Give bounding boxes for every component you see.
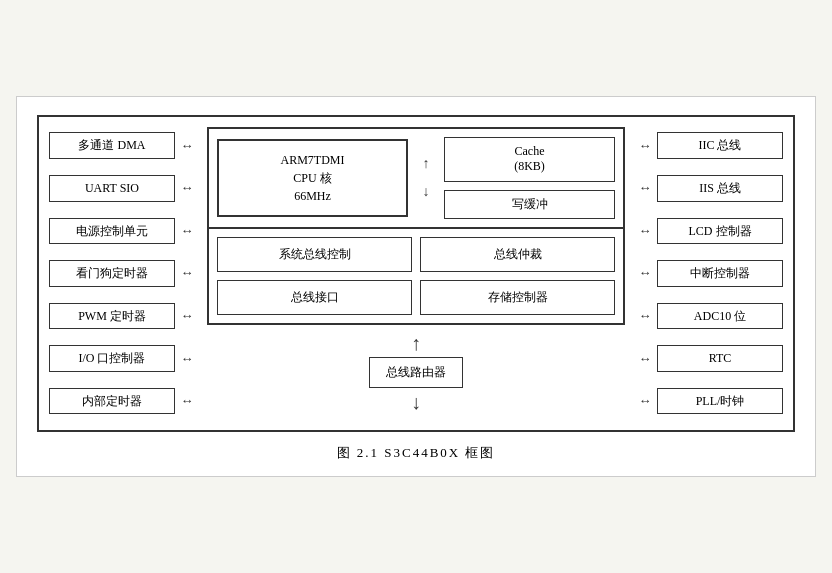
cpu-label-line1: ARM7TDMI: [280, 153, 344, 167]
col-left: 多通道 DMA ↔ UART SIO ↔ 电源控制单元 ↔ 看门狗定时器 ↔ P…: [49, 127, 199, 421]
inner-top: ARM7TDMI CPU 核 66MHz ↑ ↓ Cache (8KB): [209, 129, 623, 228]
left-item-3: 看门狗定时器 ↔: [49, 260, 199, 287]
cpu-label-line3: 66MHz: [294, 189, 331, 203]
left-item-2: 电源控制单元 ↔: [49, 218, 199, 245]
right-arrow-6: ↔: [633, 393, 657, 409]
left-item-5: I/O 口控制器 ↔: [49, 345, 199, 372]
diagram: 多通道 DMA ↔ UART SIO ↔ 电源控制单元 ↔ 看门狗定时器 ↔ P…: [37, 115, 795, 433]
bottom-block-2: 总线接口: [217, 280, 412, 315]
cpu-label-line2: CPU 核: [293, 171, 331, 185]
left-item-1: UART SIO ↔: [49, 175, 199, 202]
left-block-5: I/O 口控制器: [49, 345, 175, 372]
diagram-caption: 图 2.1 S3C44B0X 框图: [37, 444, 795, 462]
left-block-1: UART SIO: [49, 175, 175, 202]
right-arrow-5: ↔: [633, 351, 657, 367]
right-item-5: ↔ RTC: [633, 345, 783, 372]
col-center: ARM7TDMI CPU 核 66MHz ↑ ↓ Cache (8KB): [199, 127, 633, 421]
diagram-inner: 多通道 DMA ↔ UART SIO ↔ 电源控制单元 ↔ 看门狗定时器 ↔ P…: [49, 127, 783, 421]
bottom-block-3: 存储控制器: [420, 280, 615, 315]
page-wrapper: 多通道 DMA ↔ UART SIO ↔ 电源控制单元 ↔ 看门狗定时器 ↔ P…: [16, 96, 816, 478]
cache-label-1: Cache: [515, 144, 545, 158]
right-item-2: ↔ LCD 控制器: [633, 218, 783, 245]
inner-bottom: 系统总线控制 总线仲裁 总线接口 存储控制器: [209, 227, 623, 323]
right-block-6: PLL/时钟: [657, 388, 783, 415]
bottom-block-0: 系统总线控制: [217, 237, 412, 272]
right-arrow-2: ↔: [633, 223, 657, 239]
bottom-block-1: 总线仲裁: [420, 237, 615, 272]
left-item-4: PWM 定时器 ↔: [49, 303, 199, 330]
right-block-0: IIC 总线: [657, 132, 783, 159]
right-block-5: RTC: [657, 345, 783, 372]
left-block-4: PWM 定时器: [49, 303, 175, 330]
right-arrow-4: ↔: [633, 308, 657, 324]
right-arrow-0: ↔: [633, 138, 657, 154]
cache-label-2: (8KB): [514, 159, 545, 173]
right-item-1: ↔ IIS 总线: [633, 175, 783, 202]
left-arrow-6: ↔: [175, 393, 199, 409]
col-right: ↔ IIC 总线 ↔ IIS 总线 ↔ LCD 控制器 ↔ 中断控制器 ↔: [633, 127, 783, 421]
left-arrow-3: ↔: [175, 265, 199, 281]
cpu-cache-arrows: ↑ ↓: [416, 156, 436, 200]
arrow-down-icon: ↓: [423, 184, 430, 200]
arrow-up-icon: ↑: [423, 156, 430, 172]
router-block: 总线路由器: [369, 357, 463, 388]
router-wrapper: ↑ 总线路由器 ↓: [207, 331, 625, 414]
left-block-2: 电源控制单元: [49, 218, 175, 245]
cpu-block: ARM7TDMI CPU 核 66MHz: [217, 139, 408, 217]
write-buffer-block: 写缓冲: [444, 190, 615, 220]
right-arrow-1: ↔: [633, 180, 657, 196]
inner-diagram: ARM7TDMI CPU 核 66MHz ↑ ↓ Cache (8KB): [207, 127, 625, 326]
right-block-3: 中断控制器: [657, 260, 783, 287]
right-item-6: ↔ PLL/时钟: [633, 388, 783, 415]
right-block-4: ADC10 位: [657, 303, 783, 330]
right-arrow-3: ↔: [633, 265, 657, 281]
right-item-0: ↔ IIC 总线: [633, 132, 783, 159]
left-arrow-0: ↔: [175, 138, 199, 154]
left-arrow-1: ↔: [175, 180, 199, 196]
right-block-2: LCD 控制器: [657, 218, 783, 245]
left-block-3: 看门狗定时器: [49, 260, 175, 287]
router-down-arrow: ↓: [411, 392, 421, 412]
right-block-1: IIS 总线: [657, 175, 783, 202]
left-arrow-4: ↔: [175, 308, 199, 324]
left-block-0: 多通道 DMA: [49, 132, 175, 159]
right-item-4: ↔ ADC10 位: [633, 303, 783, 330]
left-item-0: 多通道 DMA ↔: [49, 132, 199, 159]
right-item-3: ↔ 中断控制器: [633, 260, 783, 287]
left-block-6: 内部定时器: [49, 388, 175, 415]
left-item-6: 内部定时器 ↔: [49, 388, 199, 415]
cache-block: Cache (8KB): [444, 137, 615, 182]
left-arrow-2: ↔: [175, 223, 199, 239]
router-up-arrow: ↑: [411, 333, 421, 353]
cache-area: Cache (8KB) 写缓冲: [444, 137, 615, 220]
left-arrow-5: ↔: [175, 351, 199, 367]
